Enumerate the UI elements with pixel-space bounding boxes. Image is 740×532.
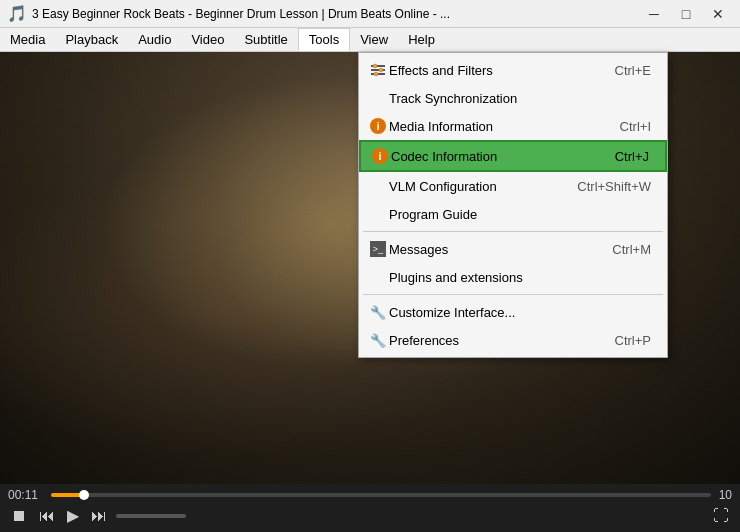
menu-plugins[interactable]: Plugins and extensions xyxy=(359,263,667,291)
separator-2 xyxy=(363,294,663,295)
vlm-config-label: VLM Configuration xyxy=(389,179,547,194)
preferences-label: Preferences xyxy=(389,333,585,348)
menu-customize[interactable]: 🔧 Customize Interface... xyxy=(359,298,667,326)
media-info-shortcut: Ctrl+I xyxy=(620,119,651,134)
menu-item-audio[interactable]: Audio xyxy=(128,28,181,51)
plugins-label: Plugins and extensions xyxy=(389,270,621,285)
menu-item-tools[interactable]: Tools xyxy=(298,28,350,51)
svg-point-5 xyxy=(374,72,378,76)
app-icon: 🎵 xyxy=(8,5,26,23)
fullscreen-button[interactable]: ⛶ xyxy=(710,507,732,525)
messages-shortcut: Ctrl+M xyxy=(612,242,651,257)
window-controls: ─ □ ✕ xyxy=(640,4,732,24)
current-time: 00:11 xyxy=(8,488,43,502)
codec-info-label: Codec Information xyxy=(391,149,585,164)
program-guide-label: Program Guide xyxy=(389,207,621,222)
stop-button[interactable]: ⏹ xyxy=(8,507,30,525)
menu-media-info[interactable]: i Media Information Ctrl+I xyxy=(359,112,667,140)
customize-icon: 🔧 xyxy=(367,302,389,322)
next-button[interactable]: ⏭ xyxy=(88,507,110,525)
menu-codec-info[interactable]: i Codec Information Ctrl+J xyxy=(359,140,667,172)
menu-item-video[interactable]: Video xyxy=(181,28,234,51)
maximize-button[interactable]: □ xyxy=(672,4,700,24)
program-guide-icon xyxy=(367,204,389,224)
vlm-icon xyxy=(367,176,389,196)
menu-vlm-config[interactable]: VLM Configuration Ctrl+Shift+W xyxy=(359,172,667,200)
title-bar: 🎵 3 Easy Beginner Rock Beats - Beginner … xyxy=(0,0,740,28)
messages-label: Messages xyxy=(389,242,582,257)
menu-item-help[interactable]: Help xyxy=(398,28,445,51)
effects-filters-shortcut: Ctrl+E xyxy=(615,63,651,78)
codec-info-shortcut: Ctrl+J xyxy=(615,149,649,164)
minimize-button[interactable]: ─ xyxy=(640,4,668,24)
vlm-config-shortcut: Ctrl+Shift+W xyxy=(577,179,651,194)
window-title: 3 Easy Beginner Rock Beats - Beginner Dr… xyxy=(32,7,640,21)
plugins-icon xyxy=(367,267,389,287)
menu-track-sync[interactable]: Track Synchronization xyxy=(359,84,667,112)
progress-bar-area: 00:11 10 xyxy=(8,488,732,502)
media-info-label: Media Information xyxy=(389,119,590,134)
progress-thumb xyxy=(79,490,89,500)
close-button[interactable]: ✕ xyxy=(704,4,732,24)
volume-slider[interactable] xyxy=(116,514,186,518)
end-time: 10 xyxy=(719,488,732,502)
player-controls: 00:11 10 ⏹ ⏮ ▶ ⏭ ⛶ xyxy=(0,484,740,532)
effects-filters-label: Effects and Filters xyxy=(389,63,585,78)
menu-preferences[interactable]: 🔧 Preferences Ctrl+P xyxy=(359,326,667,354)
media-info-icon: i xyxy=(367,116,389,136)
tools-dropdown-menu: Effects and Filters Ctrl+E Track Synchro… xyxy=(358,52,668,358)
progress-track[interactable] xyxy=(51,493,711,497)
codec-info-icon: i xyxy=(369,146,391,166)
preferences-icon: 🔧 xyxy=(367,330,389,350)
menu-item-subtitle[interactable]: Subtitle xyxy=(234,28,297,51)
preferences-shortcut: Ctrl+P xyxy=(615,333,651,348)
messages-icon: >_ xyxy=(367,239,389,259)
control-buttons: ⏹ ⏮ ▶ ⏭ ⛶ xyxy=(8,506,732,525)
menu-bar: Media Playback Audio Video Subtitle Tool… xyxy=(0,28,740,52)
menu-item-view[interactable]: View xyxy=(350,28,398,51)
svg-point-3 xyxy=(373,64,377,68)
separator-1 xyxy=(363,231,663,232)
effects-icon xyxy=(367,60,389,80)
track-sync-icon xyxy=(367,88,389,108)
menu-messages[interactable]: >_ Messages Ctrl+M xyxy=(359,235,667,263)
menu-item-playback[interactable]: Playback xyxy=(55,28,128,51)
track-sync-label: Track Synchronization xyxy=(389,91,621,106)
prev-button[interactable]: ⏮ xyxy=(36,507,58,525)
menu-effects-filters[interactable]: Effects and Filters Ctrl+E xyxy=(359,56,667,84)
menu-item-media[interactable]: Media xyxy=(0,28,55,51)
customize-label: Customize Interface... xyxy=(389,305,621,320)
svg-point-4 xyxy=(379,68,383,72)
menu-program-guide[interactable]: Program Guide xyxy=(359,200,667,228)
play-pause-button[interactable]: ▶ xyxy=(64,506,82,525)
